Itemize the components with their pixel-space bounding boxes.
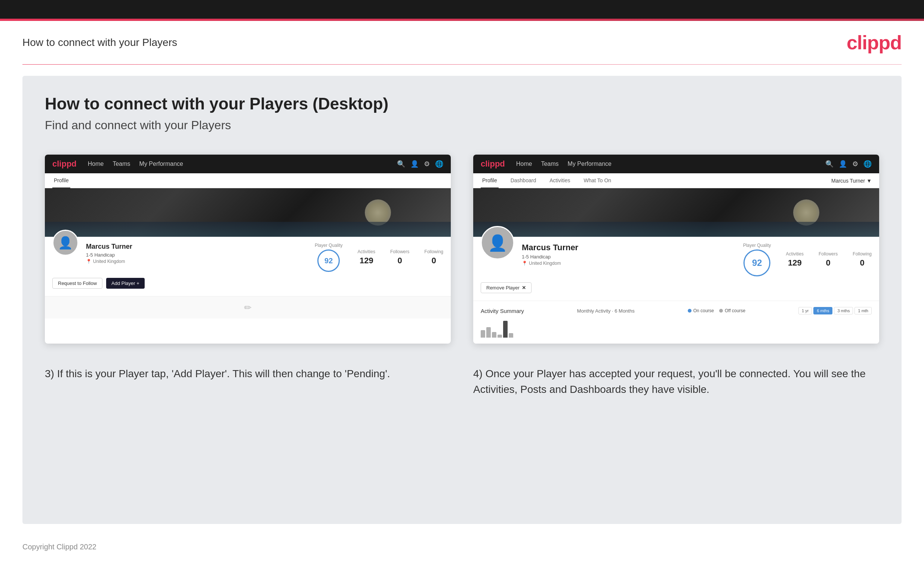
tab-profile[interactable]: Profile bbox=[52, 173, 70, 188]
legend-off-course: Off course bbox=[719, 308, 745, 313]
screenshots-row: clippd Home Teams My Performance 🔍 👤 ⚙ 🌐… bbox=[45, 155, 879, 343]
captions-row: 3) If this is your Player tap, 'Add Play… bbox=[45, 366, 879, 397]
right-tab-profile[interactable]: Profile bbox=[481, 173, 499, 188]
right-stat-followers: Followers 0 bbox=[819, 251, 838, 268]
period-1mth[interactable]: 1 mth bbox=[855, 307, 872, 314]
right-activities-label: Activities bbox=[786, 251, 804, 256]
chart-bar-1 bbox=[481, 330, 485, 338]
right-nav-items: Home Teams My Performance bbox=[516, 161, 825, 167]
avatar-person-icon: 👤 bbox=[58, 236, 73, 250]
left-profile-buttons: Request to Follow Add Player + bbox=[52, 278, 443, 288]
chart-bar-2 bbox=[486, 327, 491, 338]
right-player-location: 📍 United Kingdom bbox=[522, 261, 736, 266]
right-stat-activities: Activities 129 bbox=[786, 251, 804, 268]
right-stat-following: Following 0 bbox=[853, 251, 872, 268]
left-followers-value: 0 bbox=[390, 256, 409, 266]
left-following-label: Following bbox=[424, 249, 443, 254]
right-profile-buttons: Remove Player ✕ bbox=[481, 282, 872, 293]
period-buttons: 1 yr 6 mths 3 mths 1 mth bbox=[798, 307, 872, 314]
right-nav-performance[interactable]: My Performance bbox=[568, 161, 612, 167]
period-6mths[interactable]: 6 mths bbox=[813, 307, 832, 314]
breadcrumb: How to connect with your Players bbox=[23, 37, 177, 48]
period-3mths[interactable]: 3 mths bbox=[834, 307, 853, 314]
right-search-icon[interactable]: 🔍 bbox=[825, 160, 834, 168]
right-settings-icon[interactable]: ⚙ bbox=[852, 160, 858, 168]
main-content: How to connect with your Players (Deskto… bbox=[23, 76, 901, 524]
left-nav-home[interactable]: Home bbox=[88, 161, 104, 167]
settings-icon[interactable]: ⚙ bbox=[424, 160, 430, 168]
right-tab-bar: Profile Dashboard Activities What To On … bbox=[473, 173, 879, 188]
remove-player-button[interactable]: Remove Player ✕ bbox=[481, 282, 531, 293]
left-nav-logo: clippd bbox=[52, 159, 77, 169]
left-followers-label: Followers bbox=[390, 249, 409, 254]
clippd-logo: clippd bbox=[846, 31, 901, 54]
chart-bar-4 bbox=[498, 335, 502, 338]
left-following-value: 0 bbox=[424, 256, 443, 266]
left-nav-performance[interactable]: My Performance bbox=[139, 161, 183, 167]
left-player-name: Marcus Turner bbox=[86, 243, 307, 251]
left-profile-info: Marcus Turner 1-5 Handicap 📍 United King… bbox=[86, 243, 307, 264]
right-quality-circle: 92 bbox=[743, 250, 771, 276]
left-hero-image bbox=[45, 188, 451, 237]
left-edit-area: ✏ bbox=[45, 296, 451, 319]
right-stat-quality: Player Quality 92 bbox=[743, 243, 771, 276]
right-tab-activities[interactable]: Activities bbox=[548, 173, 572, 188]
activity-period-label: Monthly Activity · 6 Months bbox=[577, 308, 635, 314]
left-activities-label: Activities bbox=[358, 249, 375, 254]
left-stat-following: Following 0 bbox=[424, 249, 443, 266]
user-icon[interactable]: 👤 bbox=[410, 160, 418, 168]
footer: Copyright Clippd 2022 bbox=[0, 535, 924, 559]
right-avatar-person-icon: 👤 bbox=[488, 234, 507, 252]
right-location-pin-icon: 📍 bbox=[522, 261, 527, 266]
screenshot-right: clippd Home Teams My Performance 🔍 👤 ⚙ 🌐… bbox=[473, 155, 879, 343]
chart-bar-5 bbox=[503, 321, 507, 338]
right-hero-image bbox=[473, 188, 879, 237]
right-globe-icon[interactable]: 🌐 bbox=[863, 160, 872, 168]
right-player-handicap: 1-5 Handicap bbox=[522, 254, 736, 259]
right-followers-value: 0 bbox=[819, 258, 838, 268]
right-nav-teams[interactable]: Teams bbox=[541, 161, 559, 167]
screenshot-left: clippd Home Teams My Performance 🔍 👤 ⚙ 🌐… bbox=[45, 155, 451, 343]
location-pin-icon: 📍 bbox=[86, 259, 92, 264]
right-following-value: 0 bbox=[853, 258, 872, 268]
left-avatar: 👤 bbox=[52, 230, 79, 256]
left-nav-icons: 🔍 👤 ⚙ 🌐 bbox=[397, 160, 443, 168]
left-nav-teams[interactable]: Teams bbox=[113, 161, 130, 167]
right-quality-label: Player Quality bbox=[743, 243, 771, 248]
copyright: Copyright Clippd 2022 bbox=[23, 543, 97, 551]
chart-bar-3 bbox=[492, 332, 496, 338]
off-course-dot bbox=[719, 309, 723, 313]
right-profile-stats: Player Quality 92 Activities 129 Followe… bbox=[743, 243, 872, 276]
right-tab-dashboard[interactable]: Dashboard bbox=[509, 173, 538, 188]
left-profile-stats: Player Quality 92 Activities 129 Followe… bbox=[315, 243, 443, 272]
globe-icon[interactable]: 🌐 bbox=[435, 160, 443, 168]
left-nav-items: Home Teams My Performance bbox=[88, 161, 397, 167]
right-nav-home[interactable]: Home bbox=[516, 161, 532, 167]
right-nav-icons: 🔍 👤 ⚙ 🌐 bbox=[825, 160, 872, 168]
on-course-dot bbox=[688, 309, 691, 313]
right-user-icon[interactable]: 👤 bbox=[839, 160, 847, 168]
pencil-icon: ✏ bbox=[244, 303, 252, 313]
period-1yr[interactable]: 1 yr bbox=[798, 307, 812, 314]
right-following-label: Following bbox=[853, 251, 872, 256]
left-player-location: 📍 United Kingdom bbox=[86, 259, 307, 264]
right-profile-section: 👤 Marcus Turner 1-5 Handicap 📍 United Ki… bbox=[473, 237, 879, 301]
right-profile-info: Marcus Turner 1-5 Handicap 📍 United King… bbox=[522, 243, 736, 266]
left-navbar: clippd Home Teams My Performance 🔍 👤 ⚙ 🌐 bbox=[45, 155, 451, 173]
left-tab-bar: Profile bbox=[45, 173, 451, 188]
activity-legend: On course Off course bbox=[688, 308, 746, 313]
legend-on-course: On course bbox=[688, 308, 714, 313]
left-quality-label: Player Quality bbox=[315, 243, 343, 248]
right-player-selector[interactable]: Marcus Turner ▼ bbox=[831, 178, 872, 184]
right-profile-top-row: 👤 Marcus Turner 1-5 Handicap 📍 United Ki… bbox=[481, 243, 872, 276]
right-nav-logo: clippd bbox=[481, 159, 505, 169]
right-tab-what-to-on[interactable]: What To On bbox=[582, 173, 613, 188]
request-follow-button[interactable]: Request to Follow bbox=[52, 278, 102, 288]
search-icon[interactable]: 🔍 bbox=[397, 160, 405, 168]
caption-right: 4) Once your Player has accepted your re… bbox=[473, 366, 879, 397]
left-stat-followers: Followers 0 bbox=[390, 249, 409, 266]
activity-title: Activity Summary bbox=[481, 308, 524, 314]
right-followers-label: Followers bbox=[819, 251, 838, 256]
add-player-button[interactable]: Add Player + bbox=[106, 278, 145, 288]
left-quality-circle: 92 bbox=[317, 250, 340, 272]
